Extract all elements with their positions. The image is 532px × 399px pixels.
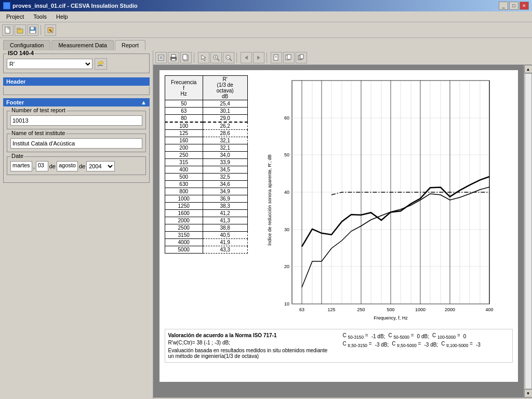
zoom-out-button[interactable]	[223, 52, 234, 63]
footer-collapse-icon[interactable]: ▲	[141, 99, 147, 105]
iso-group: ISO 140-4 R' R Rw	[3, 54, 150, 73]
date-month: agosto	[57, 161, 78, 171]
institute-input[interactable]	[10, 138, 142, 149]
scroll-up-button[interactable]: ▲	[524, 65, 533, 73]
c-50-3150-val: -1 dB;	[371, 334, 385, 339]
date-sep1: ,	[33, 163, 35, 169]
iso-group-title: ISO 140-4	[7, 50, 35, 56]
svg-rect-37	[300, 55, 303, 59]
ctr-50-5000-label: C tr,50-5000 =	[392, 341, 421, 348]
left-panel: ISO 140-4 R' R Rw Header Footer ▲	[0, 50, 153, 399]
svg-marker-10	[98, 61, 104, 67]
page2-button[interactable]	[283, 52, 295, 63]
report-body: FrecuenciafHz R'(1/3 deoctava)dB 5025,4 …	[153, 65, 532, 397]
svg-rect-9	[98, 65, 103, 66]
ctr-50-5000-val: -3 dB;	[424, 342, 438, 348]
svg-text:400: 400	[485, 307, 493, 312]
institute-group: Name of test institute	[7, 134, 146, 152]
report-tb-sep2	[236, 52, 238, 63]
close-button[interactable]: ✕	[520, 2, 529, 10]
right-panel: FrecuenciafHz R'(1/3 deoctava)dB 5025,4 …	[153, 50, 532, 399]
report-tb-sep3	[267, 52, 269, 63]
table-row: 100036,9	[165, 195, 247, 203]
scroll-down-button[interactable]: ▼	[524, 389, 533, 397]
table-row: 25034,0	[165, 152, 247, 159]
report-tb-sep1	[194, 52, 196, 63]
menu-project[interactable]: Project	[2, 12, 28, 21]
table-row: 20032,1	[165, 144, 247, 152]
right-scrollbar[interactable]: ▲ ▼	[524, 65, 532, 397]
properties-button[interactable]: ✎	[45, 24, 56, 36]
eval-result-line: R'w(C;Ctr)= 38 (-1 ; -3) dB;	[168, 340, 332, 345]
report-page[interactable]: FrecuenciafHz R'(1/3 deoctava)dB 5025,4 …	[153, 65, 524, 397]
tab-report[interactable]: Report	[115, 40, 145, 50]
c-50-5000-val: 0 dB;	[417, 334, 429, 339]
svg-marker-29	[257, 56, 260, 60]
date-label: Date	[10, 153, 24, 159]
number-test-group: Number of test report	[7, 111, 146, 129]
new-button[interactable]	[2, 24, 14, 36]
chart-container: Índice de reducción sonora aparente, R',…	[253, 75, 513, 325]
svg-text:Frequency, f, Hz: Frequency, f, Hz	[374, 315, 408, 321]
ctr-50-3150-label: C tr,50-3150 =	[343, 341, 372, 348]
zoom-in-button[interactable]	[210, 52, 222, 63]
svg-text:20: 20	[284, 264, 289, 269]
eval-c-row1: C 50-3150 = -1 dB; C 50-5000 = 0 dB; C 1…	[343, 332, 509, 340]
ctr-100-5000-label: C tr,100-5000 =	[441, 341, 473, 348]
copy-button[interactable]	[180, 52, 192, 63]
svg-text:30: 30	[284, 227, 289, 232]
svg-rect-5	[31, 27, 34, 30]
c-50-3150-label: C 50-3150 =	[343, 332, 368, 340]
iso-edit-button[interactable]	[95, 58, 107, 70]
print-button[interactable]	[168, 52, 179, 63]
open-button[interactable]	[15, 24, 26, 36]
app-icon	[3, 2, 10, 9]
header-section-title: Header	[3, 77, 150, 86]
iso-dropdown[interactable]: R' R Rw	[7, 59, 92, 69]
minimize-button[interactable]: _	[499, 2, 508, 10]
svg-text:40: 40	[284, 190, 289, 195]
tab-measurement-data[interactable]: Measurement Data	[51, 40, 114, 50]
table-row: 125038,3	[165, 203, 247, 210]
number-test-label: Number of test report	[10, 107, 66, 113]
c-100-5000-val: 0	[463, 334, 467, 339]
col-freq: FrecuenciafHz	[165, 76, 203, 100]
back-button[interactable]	[241, 52, 252, 63]
table-row: 50032,5	[165, 174, 247, 181]
tab-configuration[interactable]: Configuration	[3, 40, 50, 50]
svg-text:63: 63	[299, 307, 304, 312]
main-content: ISO 140-4 R' R Rw Header Footer ▲	[0, 50, 532, 399]
table-row: 160041,2	[165, 210, 247, 217]
date-group: Date martes , 03 de agosto de 2004	[7, 156, 146, 175]
table-row: 80034,9	[165, 188, 247, 195]
svg-text:10: 10	[284, 301, 289, 307]
svg-marker-20	[202, 55, 206, 61]
svg-text:Índice de reducción sonora apa: Índice de reducción sonora aparente, R',…	[267, 154, 272, 245]
c-50-5000-label: C 50-5000 =	[388, 332, 414, 340]
save-button[interactable]	[27, 24, 38, 36]
table-row: 12528,6	[165, 130, 247, 137]
table-row: 6330,1	[165, 108, 247, 115]
page3-button[interactable]	[296, 52, 307, 63]
page1-button[interactable]	[271, 52, 282, 63]
scroll-track[interactable]	[525, 73, 532, 389]
svg-text:✎: ✎	[49, 29, 52, 33]
table-row: 16032,1	[165, 137, 247, 144]
maximize-button[interactable]: □	[509, 2, 518, 10]
print-setup-button[interactable]	[155, 52, 167, 63]
menu-help[interactable]: Help	[52, 12, 72, 21]
menu-tools[interactable]: Tools	[29, 12, 51, 21]
date-year-select[interactable]: 2004	[86, 161, 115, 171]
cursor-button[interactable]	[198, 52, 209, 63]
svg-text:2000: 2000	[444, 307, 455, 312]
table-row: 315040,5	[165, 232, 247, 239]
tab-bar: Configuration Measurement Data Report	[0, 38, 532, 50]
title-bar: proves_insul_01.cif - CESVA Insulation S…	[0, 0, 532, 11]
table-row: 250038,8	[165, 224, 247, 232]
svg-text:60: 60	[284, 115, 289, 121]
number-test-input[interactable]	[10, 115, 142, 126]
eval-main-text: Valoración de acuerdo a la Norma ISO 717…	[168, 332, 332, 338]
svg-line-22	[217, 59, 219, 61]
forward-button[interactable]	[253, 52, 264, 63]
svg-text:125: 125	[327, 307, 335, 312]
